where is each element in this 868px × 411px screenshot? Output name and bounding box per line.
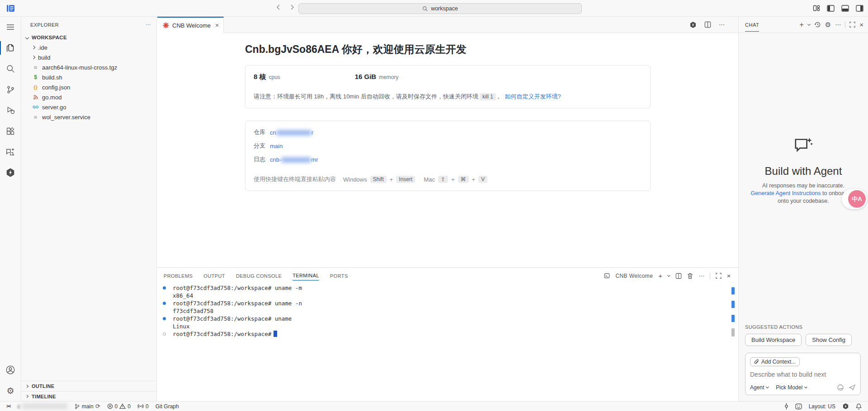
sidebar-item-search[interactable] xyxy=(0,58,21,79)
generate-agent-instructions-link[interactable]: Generate Agent Instructions xyxy=(751,190,821,196)
chat-input-box[interactable]: Add Context... Describe what to build ne… xyxy=(745,353,861,395)
sidebar-item-source-control[interactable] xyxy=(0,79,21,100)
git-graph-item[interactable]: Git Graph xyxy=(154,402,181,411)
send-icon[interactable] xyxy=(849,384,856,391)
maximize-chat-icon[interactable] xyxy=(849,22,855,28)
sidebar-item-extensions[interactable] xyxy=(0,121,21,141)
log-link[interactable]: cnb-mr xyxy=(270,156,318,163)
notifications-bell-icon[interactable] xyxy=(854,402,863,411)
tree-item-server-go[interactable]: GOserver.go xyxy=(21,102,156,112)
settings-button[interactable]: ⚙ xyxy=(0,380,21,401)
explorer-more-icon[interactable]: ⋯ xyxy=(146,22,151,28)
add-context-button[interactable]: Add Context... xyxy=(750,357,800,366)
tree-item-build[interactable]: build xyxy=(21,52,156,62)
terminal-dropdown-icon[interactable] xyxy=(667,273,670,276)
cmd-symbol-kbd: ⌘ xyxy=(458,176,469,183)
terminal-line: root@f73cdf3ad758:/workspace# uname xyxy=(163,315,725,322)
close-panel-icon[interactable]: × xyxy=(727,272,731,280)
remote-indicator[interactable]: >< xyxy=(5,402,13,411)
status-bar: >< c main ⟳ 0 0 0 Git Graph Layout: US xyxy=(0,401,868,411)
editor-indent-item[interactable] xyxy=(783,402,790,411)
tree-item-ide[interactable]: .ide xyxy=(21,42,156,52)
chat-history-icon[interactable] xyxy=(814,21,821,28)
tree-item-go-mod[interactable]: go.mod xyxy=(21,92,156,102)
toggle-secondary-sidebar-icon[interactable] xyxy=(856,5,863,12)
kill-terminal-icon[interactable] xyxy=(687,273,693,279)
chat-panel-title[interactable]: CHAT xyxy=(745,18,759,32)
toggle-primary-sidebar-icon[interactable] xyxy=(827,5,835,12)
terminal-cursor xyxy=(274,331,277,337)
ports-item[interactable]: 0 xyxy=(136,402,151,411)
cnb-status-item[interactable] xyxy=(840,402,851,411)
sidebar-item-cnb-extension[interactable] xyxy=(0,162,21,183)
forward-icon[interactable] xyxy=(288,4,296,11)
tree-item-config-json[interactable]: {}config.json xyxy=(21,82,156,92)
sidebar-item-chat[interactable] xyxy=(0,141,21,162)
tab-terminal[interactable]: TERMINAL xyxy=(292,271,319,280)
command-decoration-icon[interactable] xyxy=(163,286,166,290)
chat-more-icon[interactable]: ⋯ xyxy=(835,21,841,28)
outline-section[interactable]: OUTLINE xyxy=(21,381,156,391)
tab-cnb-welcome[interactable]: CNB Welcome × xyxy=(157,17,224,33)
repo-link[interactable]: cnr xyxy=(270,129,313,136)
tree-item-build-sh[interactable]: $build.sh xyxy=(21,72,156,82)
timeline-section[interactable]: TIMELINE xyxy=(21,391,156,401)
split-terminal-icon[interactable] xyxy=(675,273,682,279)
command-decoration-icon[interactable] xyxy=(163,317,166,320)
show-config-button[interactable]: Show Config xyxy=(806,334,852,346)
split-editor-icon[interactable] xyxy=(704,21,711,28)
service-file-icon: ≡ xyxy=(32,114,39,121)
scrollbar-thumb[interactable] xyxy=(731,328,735,336)
command-decoration-icon[interactable] xyxy=(163,302,166,305)
sidebar-item-explorer[interactable] xyxy=(0,37,21,58)
mac-label: Mac xyxy=(424,176,435,183)
close-chat-icon[interactable]: × xyxy=(859,21,863,28)
maximize-panel-icon[interactable] xyxy=(716,273,722,279)
tree-item-tgz[interactable]: ≡aarch64-linux-musl-cross.tgz xyxy=(21,62,156,72)
toggle-panel-icon[interactable] xyxy=(841,5,849,12)
panel-more-icon[interactable]: ⋯ xyxy=(698,273,704,279)
voice-icon[interactable] xyxy=(837,384,844,391)
feedback-item[interactable] xyxy=(793,402,804,411)
new-chat-icon[interactable]: + xyxy=(799,21,803,29)
redacted-status-item[interactable]: c xyxy=(16,402,69,411)
terminal[interactable]: root@f73cdf3ad758:/workspace# uname -m x… xyxy=(163,284,725,401)
command-center-search[interactable]: workspace xyxy=(298,3,582,14)
cnb-extension-action-icon[interactable] xyxy=(689,21,697,28)
tab-output[interactable]: OUTPUT xyxy=(203,271,225,280)
repo-label: 仓库 xyxy=(254,128,265,136)
tab-debug-console[interactable]: DEBUG CONSOLE xyxy=(236,271,282,280)
accounts-button[interactable] xyxy=(0,360,21,380)
build-workspace-button[interactable]: Build Workspace xyxy=(745,334,802,346)
branch-link[interactable]: main xyxy=(270,143,283,149)
terminal-name[interactable]: CNB Welcome xyxy=(615,273,653,279)
git-branch-item[interactable]: main ⟳ xyxy=(72,402,102,411)
chat-input-placeholder[interactable]: Describe what to build next xyxy=(750,371,856,378)
tab-problems[interactable]: PROBLEMS xyxy=(164,271,193,280)
problems-item[interactable]: 0 0 xyxy=(105,402,132,411)
pick-model-select[interactable]: Pick Model xyxy=(776,384,807,391)
tab-close-icon[interactable]: × xyxy=(215,22,219,29)
tree-root-workspace[interactable]: WORKSPACE xyxy=(21,33,156,42)
bottom-panel: PROBLEMS OUTPUT DEBUG CONSOLE TERMINAL P… xyxy=(157,267,738,401)
new-chat-dropdown-icon[interactable] xyxy=(807,22,811,25)
new-terminal-icon[interactable]: + xyxy=(658,272,662,280)
keyboard-layout-item[interactable]: Layout: US xyxy=(807,402,837,411)
editor-more-icon[interactable]: ⋯ xyxy=(719,21,725,28)
tab-ports[interactable]: PORTS xyxy=(330,271,348,280)
repo-card: 仓库cnr 分支main 日志cnb-mr 使用快捷键在终端直接粘贴内容 Win… xyxy=(245,121,651,191)
sidebar-item-run-debug[interactable] xyxy=(0,100,21,121)
broadcast-icon xyxy=(137,403,144,409)
app-logo-icon[interactable] xyxy=(6,4,15,13)
customize-env-link[interactable]: 如何自定义开发环境? xyxy=(505,93,561,100)
chat-settings-icon[interactable]: ⚙ xyxy=(825,21,831,28)
tree-item-service[interactable]: ≡wol_server.service xyxy=(21,112,156,122)
agent-mode-select[interactable]: Agent xyxy=(750,384,769,391)
menu-button[interactable] xyxy=(0,17,21,37)
customize-layout-icon[interactable] xyxy=(813,5,820,12)
overview-ruler-mark xyxy=(731,287,735,294)
prompt-decoration-icon[interactable] xyxy=(163,332,166,336)
file-tree: WORKSPACE .ide build ≡aarch64-linux-musl… xyxy=(21,33,156,381)
translate-float-button[interactable]: 中A xyxy=(842,189,867,209)
back-icon[interactable] xyxy=(275,4,282,11)
